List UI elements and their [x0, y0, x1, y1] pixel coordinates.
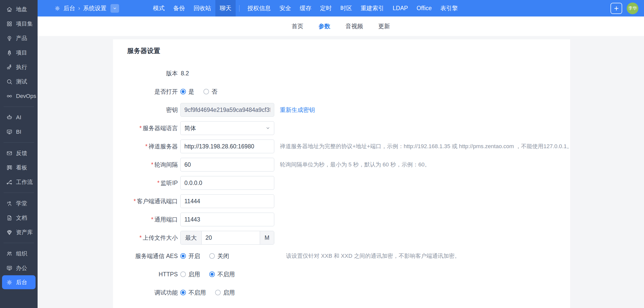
robot-icon	[6, 114, 13, 121]
sidebar-item-xiangmuji[interactable]: 项目集	[0, 16, 38, 31]
radio-dot[interactable]	[180, 271, 186, 277]
zentao-server-input[interactable]	[180, 140, 274, 153]
add-button[interactable]: +	[610, 3, 622, 14]
page-title: 服务器设置	[113, 46, 555, 55]
sidebar-item-dipan[interactable]: 地盘	[0, 2, 38, 16]
topnav-item-shouquanxinxi[interactable]: 授权信息	[243, 0, 275, 16]
upload-size-unit: M	[260, 231, 274, 244]
radio-debug-enable[interactable]: 启用	[215, 289, 235, 297]
server-settings-form: 版本 8.2 是否打开 是 否 密钥	[113, 66, 555, 299]
sidebar-item-ai[interactable]: AI	[0, 110, 38, 125]
radio-dot[interactable]	[215, 290, 221, 295]
form-row-client-port: *客户端通讯端口	[113, 194, 555, 208]
version-value: 8.2	[181, 70, 189, 77]
radio-label: 开启	[188, 252, 200, 260]
subnav-item-canshu[interactable]: 参数	[316, 22, 333, 30]
topnav-item-shiqu[interactable]: 时区	[336, 0, 356, 16]
topnav-item-liaotian[interactable]: 聊天	[215, 0, 236, 16]
radio-aes-off[interactable]: 关闭	[209, 252, 229, 260]
topnav-item-huancun[interactable]: 缓存	[295, 0, 316, 16]
field-label: *禅道服务器	[113, 143, 178, 150]
upload-size-group: 最大 M	[180, 231, 274, 245]
topnav-item-huishouzhan[interactable]: 回收站	[189, 0, 215, 16]
client-port-input[interactable]	[180, 194, 274, 208]
form-row-language: *服务器端语言 简体	[113, 121, 555, 135]
topnav-item-chongjiansuoyin[interactable]: 重建索引	[356, 0, 388, 16]
field-label: *客户端通讯端口	[113, 197, 178, 205]
people-icon	[6, 250, 13, 257]
radio-dot[interactable]	[203, 89, 209, 94]
sidebar-item-label: 工作流	[16, 178, 33, 186]
poll-interval-input[interactable]	[180, 158, 274, 172]
required-mark: *	[134, 198, 136, 204]
infinity-icon	[6, 93, 13, 99]
sidebar-item-ceshi[interactable]: 测试	[0, 74, 38, 89]
sidebar-item-bangong[interactable]: OA 办公	[0, 261, 38, 275]
home-icon	[6, 6, 13, 13]
upload-size-input[interactable]	[202, 231, 260, 244]
sidebar-item-label: BI	[16, 129, 21, 135]
sidebar-item-label: 办公	[16, 264, 27, 272]
topbar-actions: + 李华	[610, 3, 638, 14]
sidebar-item-devops[interactable]: DevOps	[0, 89, 38, 103]
radio-dot[interactable]	[180, 290, 186, 295]
runner-icon	[6, 64, 13, 71]
radio-dot[interactable]	[209, 253, 215, 259]
topnav-item-dingshi[interactable]: 定时	[316, 0, 336, 16]
gear-icon	[6, 279, 13, 286]
topnav-item-anquan[interactable]: 安全	[275, 0, 295, 16]
sidebar-item-houtai[interactable]: 后台	[2, 275, 36, 289]
server-settings-card: 服务器设置 版本 8.2 是否打开 是 否	[113, 39, 570, 308]
radio-label: 不启用	[188, 289, 206, 297]
sidebar-item-kanban[interactable]: 看板	[0, 160, 38, 175]
topnav-item-beifen[interactable]: 备份	[169, 0, 189, 16]
sidebar-item-label: 项目集	[16, 20, 33, 28]
common-port-input[interactable]	[180, 213, 274, 226]
regenerate-secret-link[interactable]: 重新生成密钥	[280, 106, 315, 114]
sidebar-item-xuetang[interactable]: 学堂	[0, 196, 38, 211]
sidebar-item-zichanku[interactable]: 资产库	[0, 225, 38, 239]
subnav-item-yinshipin[interactable]: 音视频	[343, 22, 366, 30]
radio-aes-on[interactable]: 开启	[180, 252, 200, 260]
radio-dot[interactable]	[209, 271, 215, 277]
form-row-upload-size: *上传文件大小 最大 M	[113, 231, 555, 245]
required-mark: *	[145, 143, 148, 150]
topnav-divider	[239, 5, 239, 12]
sidebar-divider	[4, 107, 34, 107]
server-language-select[interactable]: 简体	[180, 121, 274, 135]
sidebar-item-wendang[interactable]: 文档	[0, 211, 38, 225]
sidebar-item-label: 文档	[16, 214, 27, 222]
sidebar-item-label: 测试	[16, 78, 27, 85]
topnav: 模式 备份 回收站 聊天 授权信息 安全 缓存 定时 时区 重建索引 LDAP …	[149, 0, 462, 16]
topnav-item-biaoyinqing[interactable]: 表引擎	[436, 0, 462, 16]
radio-open-yes[interactable]: 是	[180, 88, 194, 96]
oa-monitor-icon: OA	[6, 265, 13, 271]
radio-open-no[interactable]: 否	[203, 88, 217, 96]
topnav-item-ldap[interactable]: LDAP	[388, 0, 412, 16]
listen-ip-input[interactable]	[180, 176, 274, 190]
field-label: 是否打开	[113, 88, 178, 96]
subnav-item-gengxin[interactable]: 更新	[376, 22, 393, 30]
radio-https-disable[interactable]: 不启用	[209, 270, 235, 278]
sidebar-item-gongzuoliu[interactable]: 工作流	[0, 175, 38, 189]
avatar[interactable]: 李华	[627, 3, 638, 14]
breadcrumb-dropdown-button[interactable]	[110, 4, 119, 13]
sidebar-item-chanpin[interactable]: 产品	[0, 31, 38, 45]
radio-label: 否	[212, 88, 217, 96]
breadcrumb-current[interactable]: 系统设置	[83, 4, 106, 12]
topnav-item-office[interactable]: Office	[412, 0, 436, 16]
sidebar-item-bi[interactable]: BI	[0, 125, 38, 139]
radio-dot[interactable]	[180, 253, 186, 259]
sidebar-item-xiangmu[interactable]: 项目	[0, 45, 38, 60]
sidebar-item-zuzhi[interactable]: 组织	[0, 246, 38, 261]
subnav-item-shouye[interactable]: 首页	[289, 22, 306, 30]
radio-debug-disable[interactable]: 不启用	[180, 289, 206, 297]
radio-dot[interactable]	[180, 89, 186, 94]
sidebar-divider	[4, 243, 34, 243]
radio-https-enable[interactable]: 启用	[180, 270, 200, 278]
topnav-item-moshi[interactable]: 模式	[149, 0, 169, 16]
field-label: *监听IP	[113, 179, 178, 187]
sidebar-item-zhixing[interactable]: 执行	[0, 60, 38, 74]
sidebar-item-fankui[interactable]: 反馈	[0, 146, 38, 160]
breadcrumb-root[interactable]: 后台	[63, 4, 75, 12]
